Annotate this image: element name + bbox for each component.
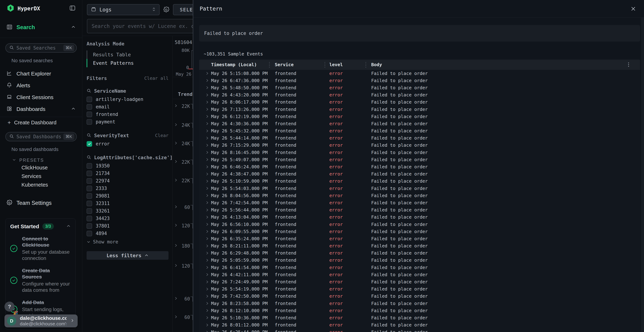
expand-chevron-icon[interactable] xyxy=(205,86,211,90)
checkbox[interactable] xyxy=(86,231,92,236)
close-icon[interactable] xyxy=(630,6,636,12)
table-row[interactable]: May 26 8:12:10.000 PM frontend error Fai… xyxy=(199,307,640,314)
table-row[interactable]: May 26 5:54:03.000 PM frontend error Fai… xyxy=(199,185,640,192)
filter-option-artillery-loadgen[interactable]: artillery-loadgen xyxy=(86,96,168,103)
table-row[interactable]: May 26 7:24:49.000 PM frontend error Fai… xyxy=(199,278,640,285)
expand-chevron-icon[interactable] xyxy=(205,79,211,82)
expand-chevron-icon[interactable] xyxy=(205,330,211,332)
trend-row[interactable]: 22K xyxy=(173,177,193,184)
checkbox[interactable] xyxy=(86,171,92,176)
help-button[interactable]: ? xyxy=(4,302,14,312)
collapse-sidebar-icon[interactable] xyxy=(69,5,76,12)
table-row[interactable]: May 26 8:21:11.000 PM frontend error Fai… xyxy=(199,242,640,250)
table-row[interactable]: May 26 5:44:14.000 PM frontend error Fai… xyxy=(199,134,640,142)
saved-dashboards-input[interactable]: Saved Dashboards ⌘K xyxy=(5,132,77,141)
checkbox[interactable] xyxy=(86,178,92,184)
mode-results-table[interactable]: Results Table xyxy=(86,50,168,59)
expand-chevron-icon[interactable] xyxy=(205,180,211,183)
create-dashboard-button[interactable]: + Create Dashboard xyxy=(0,117,82,128)
expand-chevron-icon[interactable] xyxy=(205,165,211,169)
expand-chevron-icon[interactable] xyxy=(205,316,211,320)
source-select[interactable]: Logs xyxy=(87,4,160,15)
sidebar-item-dashboards[interactable]: Dashboards xyxy=(0,103,82,115)
trend-row[interactable]: 60 xyxy=(173,204,193,211)
expand-chevron-icon[interactable] xyxy=(205,222,211,226)
expand-chevron-icon[interactable] xyxy=(174,123,178,127)
table-row[interactable]: May 26 5:15:08.000 PM frontend error Fai… xyxy=(199,70,640,77)
expand-chevron-icon[interactable] xyxy=(205,287,211,291)
table-row[interactable]: May 26 5:48:50.000 PM frontend error Fai… xyxy=(199,84,640,91)
expand-chevron-icon[interactable] xyxy=(205,194,211,197)
expand-chevron-icon[interactable] xyxy=(205,302,211,305)
chevron-up-icon[interactable] xyxy=(71,106,76,112)
expand-chevron-icon[interactable] xyxy=(205,144,211,147)
expand-chevron-icon[interactable] xyxy=(205,186,211,190)
chevron-up-icon[interactable] xyxy=(66,224,71,229)
table-row[interactable]: May 26 5:45:32.000 PM frontend error Fai… xyxy=(199,127,640,134)
column-header-level[interactable]: level xyxy=(329,62,371,67)
table-row[interactable]: May 26 8:01:12.000 PM frontend error Fai… xyxy=(199,322,640,328)
search-icon[interactable] xyxy=(86,155,91,160)
trend-row[interactable]: 22K xyxy=(173,103,193,110)
table-row[interactable]: May 26 5:10:36.000 PM frontend error Fai… xyxy=(199,314,640,321)
expand-chevron-icon[interactable] xyxy=(205,115,211,118)
chevron-up-icon[interactable] xyxy=(71,25,76,30)
column-resize-handle[interactable] xyxy=(324,62,326,68)
clear-severity-link[interactable]: Clear xyxy=(155,133,168,138)
expand-chevron-icon[interactable] xyxy=(205,273,211,276)
table-row[interactable]: May 26 8:23:58.000 PM frontend error Fai… xyxy=(199,300,640,307)
expand-chevron-icon[interactable] xyxy=(205,230,211,233)
table-row[interactable]: May 26 6:41:54.000 PM frontend error Fai… xyxy=(199,264,640,271)
table-row[interactable]: May 26 7:15:29.000 PM frontend error Fai… xyxy=(199,142,640,149)
filter-option-21734[interactable]: 21734 xyxy=(86,170,168,177)
expand-chevron-icon[interactable] xyxy=(174,264,178,268)
expand-chevron-icon[interactable] xyxy=(174,224,178,228)
table-row[interactable]: May 26 4:38:47.000 PM frontend error Fai… xyxy=(199,170,640,178)
expand-chevron-icon[interactable] xyxy=(205,294,211,298)
expand-chevron-icon[interactable] xyxy=(205,72,211,75)
table-row[interactable]: May 26 6:47:36.000 PM frontend error Fai… xyxy=(199,77,640,84)
table-row[interactable]: May 26 6:56:10.000 PM frontend error Fai… xyxy=(199,221,640,228)
checkbox[interactable] xyxy=(86,223,92,229)
expand-chevron-icon[interactable] xyxy=(174,315,178,319)
expand-chevron-icon[interactable] xyxy=(205,309,211,312)
expand-chevron-icon[interactable] xyxy=(205,251,211,255)
filter-option-19350[interactable]: 19350 xyxy=(86,162,168,170)
expand-chevron-icon[interactable] xyxy=(205,158,211,161)
column-resize-handle[interactable] xyxy=(269,62,270,68)
expand-chevron-icon[interactable] xyxy=(205,172,211,176)
checkbox[interactable] xyxy=(86,104,92,110)
trend-row[interactable]: 60 xyxy=(173,296,193,303)
expand-chevron-icon[interactable] xyxy=(174,296,178,301)
less-filters-button[interactable]: Less filters xyxy=(86,251,168,260)
expand-chevron-icon[interactable] xyxy=(205,208,211,212)
checkbox[interactable] xyxy=(86,119,92,125)
search-icon[interactable] xyxy=(86,88,91,94)
expand-chevron-icon[interactable] xyxy=(205,215,211,219)
filter-option-22974[interactable]: 22974 xyxy=(86,177,168,184)
expand-chevron-icon[interactable] xyxy=(205,136,211,140)
filter-option-email[interactable]: email xyxy=(86,103,168,110)
table-row[interactable]: May 26 6:09:55.000 PM frontend error Fai… xyxy=(199,228,640,235)
table-row[interactable]: May 26 4:30:36.000 PM frontend error Fai… xyxy=(199,120,640,127)
trend-row[interactable]: 180 xyxy=(173,242,193,250)
table-row[interactable]: May 26 5:49:07.000 PM frontend error Fai… xyxy=(199,156,640,163)
column-header-body[interactable]: Body xyxy=(371,62,640,67)
table-row[interactable]: May 26 8:16:45.000 PM frontend error Fai… xyxy=(199,149,640,156)
expand-chevron-icon[interactable] xyxy=(174,160,178,164)
sidebar-item-chart-explorer[interactable]: Chart Explorer xyxy=(0,68,82,80)
preset-services[interactable]: Services xyxy=(0,172,82,180)
checkbox[interactable] xyxy=(86,193,92,199)
checkbox[interactable] xyxy=(86,186,92,191)
expand-chevron-icon[interactable] xyxy=(205,237,211,240)
expand-chevron-icon[interactable] xyxy=(174,178,178,183)
search-icon[interactable] xyxy=(86,133,91,138)
expand-chevron-icon[interactable] xyxy=(205,201,211,204)
table-row[interactable]: May 26 5:54:19.000 PM frontend error Fai… xyxy=(199,286,640,293)
table-row[interactable]: May 26 5:10:59.000 PM frontend error Fai… xyxy=(199,178,640,185)
expand-chevron-icon[interactable] xyxy=(205,108,211,111)
checkbox[interactable] xyxy=(86,208,92,214)
table-row[interactable]: May 26 6:12:19.000 PM frontend error Fai… xyxy=(199,113,640,120)
table-row[interactable]: May 26 8:04:56.000 PM frontend error Fai… xyxy=(199,192,640,199)
table-row[interactable]: May 26 4:43:20.000 PM frontend error Fai… xyxy=(199,92,640,98)
